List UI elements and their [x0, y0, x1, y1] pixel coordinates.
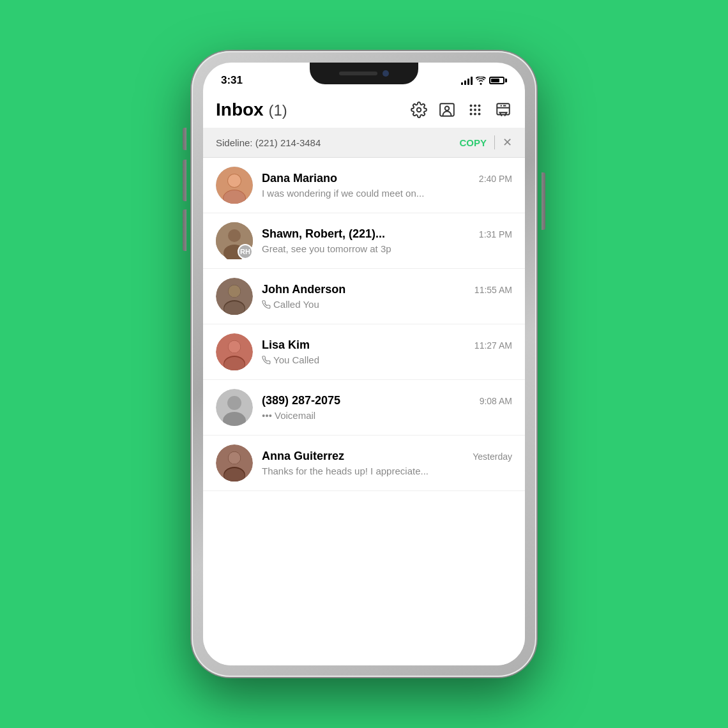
avatar-initials-badge: RH: [238, 244, 253, 259]
conv-time: 11:27 AM: [474, 340, 512, 351]
avatar-wrapper: [216, 389, 253, 426]
avatar-wrapper: [216, 444, 253, 482]
avatar-wrapper: [216, 167, 253, 204]
conv-time: 11:55 AM: [474, 285, 512, 295]
conv-info: Anna Guiterrez Yesterday Thanks for the …: [262, 450, 512, 476]
phone-screen: 3:31: [203, 63, 525, 665]
conv-info: Lisa Kim 11:27 AM You Called: [262, 338, 512, 365]
wifi-icon: [476, 77, 486, 85]
conversation-item[interactable]: (389) 287-2075 9:08 AM Voicemail: [203, 380, 525, 436]
side-button-mute: [183, 128, 186, 150]
conv-preview: Called You: [262, 299, 512, 310]
svg-point-7: [474, 109, 476, 111]
front-camera: [383, 70, 389, 77]
status-time: 3:31: [221, 74, 243, 87]
copy-button[interactable]: COPY: [459, 137, 487, 148]
app-content: Inbox (1): [203, 93, 525, 665]
svg-point-8: [478, 109, 481, 111]
conv-name: (389) 287-2075: [262, 394, 340, 407]
avatar-wrapper: RH: [216, 222, 253, 259]
status-icons: [461, 76, 507, 85]
conv-preview: Thanks for the heads up! I appreciate...: [262, 466, 512, 476]
divider: [494, 135, 495, 149]
conv-time: 1:31 PM: [479, 229, 512, 239]
speaker: [339, 72, 377, 75]
svg-point-2: [445, 107, 450, 111]
sideline-banner: Sideline: (221) 214-3484 COPY ✕: [203, 128, 525, 158]
battery-icon: [489, 77, 507, 84]
svg-point-24: [229, 285, 241, 298]
conv-info: Dana Mariano 2:40 PM I was wondering if …: [262, 172, 512, 199]
side-button-vol-down: [183, 209, 186, 251]
conv-name: Anna Guiterrez: [262, 450, 344, 463]
conversation-item[interactable]: RH Shawn, Robert, (221)... 1:31 PM Great…: [203, 213, 525, 269]
svg-point-36: [269, 414, 271, 417]
svg-point-34: [262, 414, 265, 417]
header-actions: [410, 101, 512, 119]
conv-name: Lisa Kim: [262, 338, 310, 352]
conv-info: Shawn, Robert, (221)... 1:31 PM Great, s…: [262, 227, 512, 254]
contacts-icon[interactable]: [438, 101, 456, 119]
conversation-list: Dana Mariano 2:40 PM I was wondering if …: [203, 158, 525, 665]
avatar-wrapper: [216, 333, 253, 370]
side-button-power: [542, 172, 545, 230]
settings-icon[interactable]: [410, 101, 428, 119]
conv-preview: You Called: [262, 354, 512, 365]
svg-rect-1: [440, 103, 454, 116]
conversation-item[interactable]: Dana Mariano 2:40 PM I was wondering if …: [203, 158, 525, 213]
sideline-number: Sideline: (221) 214-3484: [216, 137, 459, 148]
svg-point-10: [474, 113, 476, 116]
avatar: [216, 167, 253, 204]
svg-point-16: [228, 174, 241, 187]
svg-point-3: [470, 105, 473, 107]
phone-frame: 3:31: [192, 51, 536, 677]
conv-name: John Anderson: [262, 283, 345, 296]
conv-name: Shawn, Robert, (221)...: [262, 227, 385, 241]
conv-preview: Voicemail: [262, 410, 512, 421]
svg-point-9: [470, 113, 473, 116]
conversation-item[interactable]: John Anderson 11:55 AM Called You: [203, 269, 525, 324]
conv-info: (389) 287-2075 9:08 AM Voicemail: [262, 394, 512, 421]
inbox-header: Inbox (1): [203, 93, 525, 128]
conv-name: Dana Mariano: [262, 172, 337, 185]
side-button-vol-up: [183, 160, 186, 201]
svg-point-5: [478, 105, 481, 107]
svg-point-0: [417, 108, 421, 112]
conv-preview: I was wondering if we could meet on...: [262, 188, 512, 199]
svg-point-32: [227, 396, 241, 410]
conversation-item[interactable]: Lisa Kim 11:27 AM You Called: [203, 324, 525, 380]
close-banner-button[interactable]: ✕: [503, 135, 512, 149]
conv-info: John Anderson 11:55 AM Called You: [262, 283, 512, 310]
dialpad-icon[interactable]: [466, 101, 484, 119]
signal-icon: [461, 76, 473, 85]
svg-point-6: [470, 109, 473, 111]
svg-point-11: [478, 113, 481, 116]
conv-time: Yesterday: [473, 451, 512, 462]
svg-point-4: [474, 105, 476, 107]
conversation-item[interactable]: Anna Guiterrez Yesterday Thanks for the …: [203, 436, 525, 491]
conv-time: 9:08 AM: [480, 396, 512, 406]
svg-point-29: [229, 341, 241, 353]
conv-preview: Great, see you tomorrow at 3p: [262, 243, 512, 254]
conv-time: 2:40 PM: [479, 174, 512, 184]
svg-point-19: [228, 229, 241, 242]
svg-point-35: [266, 414, 268, 417]
svg-point-40: [229, 452, 241, 464]
notch: [310, 63, 418, 84]
page-title: Inbox (1): [216, 100, 287, 120]
avatar-wrapper: [216, 278, 253, 315]
compose-icon[interactable]: [494, 101, 512, 119]
